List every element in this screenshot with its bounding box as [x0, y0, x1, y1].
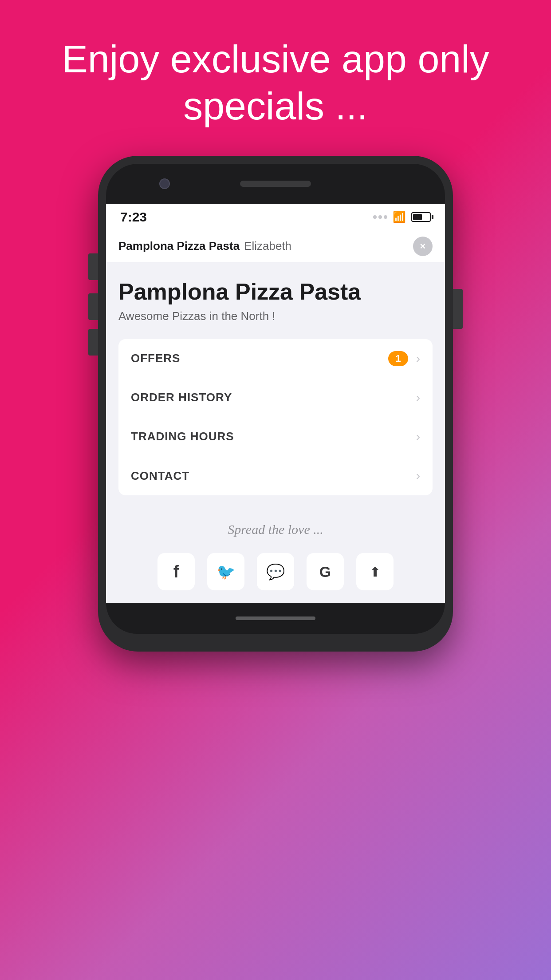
trading-hours-chevron-icon: ›	[416, 430, 420, 444]
offers-badge: 1	[388, 351, 408, 366]
phone-top-bar	[106, 164, 445, 204]
menu-item-order-history[interactable]: ORDER HISTORY ›	[118, 378, 433, 417]
battery-icon	[411, 212, 431, 222]
whatsapp-icon: 💬	[266, 563, 285, 581]
menu-card: OFFERS 1 › ORDER HISTORY › TRADING HOURS…	[118, 339, 433, 495]
status-icons: 📶	[373, 211, 431, 223]
wifi-icon: 📶	[393, 211, 406, 223]
menu-item-order-history-label: ORDER HISTORY	[131, 391, 232, 404]
nav-bar: Pamplona Pizza Pasta Elizabeth ×	[106, 230, 445, 262]
google-button[interactable]: G	[307, 553, 344, 590]
status-bar: 7:23 📶	[106, 204, 445, 230]
menu-item-trading-hours[interactable]: TRADING HOURS ›	[118, 417, 433, 456]
spread-text: Spread the love ...	[118, 522, 433, 537]
twitter-icon: 🐦	[216, 563, 235, 581]
menu-item-offers[interactable]: OFFERS 1 ›	[118, 339, 433, 378]
phone-bottom-bar	[106, 603, 445, 634]
restaurant-tagline: Awesome Pizzas in the North !	[118, 309, 433, 323]
nav-subtitle: Elizabeth	[244, 239, 291, 253]
facebook-button[interactable]: f	[157, 553, 195, 590]
offers-chevron-icon: ›	[416, 352, 420, 366]
home-indicator	[236, 616, 315, 620]
menu-item-offers-label: OFFERS	[131, 352, 180, 365]
google-icon: G	[319, 563, 331, 581]
phone-mockup: 7:23 📶 Pamplona Pizza Pasta Elizabeth × …	[98, 156, 453, 652]
whatsapp-button[interactable]: 💬	[257, 553, 294, 590]
phone-camera	[159, 178, 170, 189]
menu-item-contact[interactable]: CONTACT ›	[118, 456, 433, 495]
share-button[interactable]: ⬆	[356, 553, 394, 590]
menu-item-contact-label: CONTACT	[131, 469, 189, 483]
headline-text: Enjoy exclusive app only specials ...	[0, 36, 551, 129]
menu-item-trading-hours-label: TRADING HOURS	[131, 430, 234, 443]
bottom-area: Spread the love ... f 🐦 💬 G ⬆	[106, 495, 445, 603]
phone-speaker	[240, 181, 311, 187]
contact-chevron-icon: ›	[416, 469, 420, 483]
facebook-icon: f	[173, 562, 179, 581]
social-row: f 🐦 💬 G ⬆	[118, 553, 433, 590]
share-icon: ⬆	[370, 564, 381, 580]
close-button[interactable]: ×	[413, 237, 433, 256]
status-time: 7:23	[120, 209, 147, 225]
content-area: Pamplona Pizza Pasta Awesome Pizzas in t…	[106, 262, 445, 495]
order-history-chevron-icon: ›	[416, 391, 420, 405]
twitter-button[interactable]: 🐦	[207, 553, 244, 590]
signal-icon	[373, 215, 387, 219]
restaurant-name: Pamplona Pizza Pasta	[118, 278, 433, 305]
phone-screen: 7:23 📶 Pamplona Pizza Pasta Elizabeth × …	[106, 204, 445, 603]
nav-title: Pamplona Pizza Pasta	[118, 239, 240, 253]
